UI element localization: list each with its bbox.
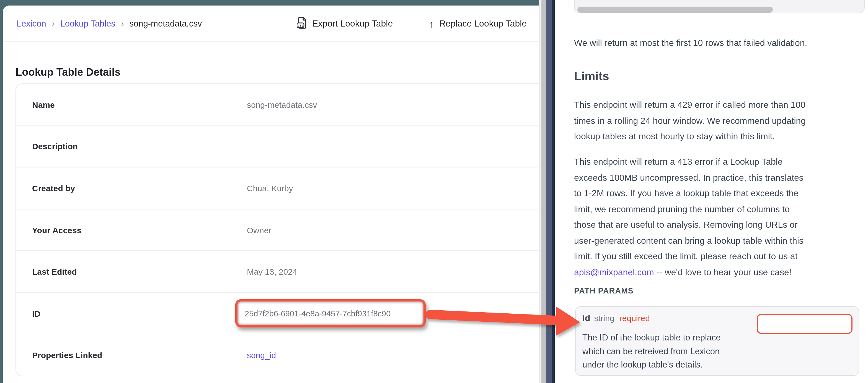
param-description: The ID of the lookup table to replace wh… (582, 331, 748, 372)
row-label: Description (32, 142, 247, 151)
window-gap-background (547, 0, 552, 383)
docs-429-paragraph: This endpoint will return a 429 error if… (574, 97, 866, 144)
breadcrumb-current-file: song-metadata.csv (129, 19, 202, 29)
csv-file-icon: csv (297, 16, 307, 31)
page-title: Lookup Table Details (16, 66, 120, 78)
vertical-scrollbar-thumb[interactable] (541, 0, 546, 383)
breadcrumb: Lexicon › Lookup Tables › song-metadata.… (17, 5, 202, 42)
detail-row-properties-linked: Properties Linked song_id (16, 335, 539, 376)
horizontal-scrollbar-thumb[interactable] (577, 7, 773, 13)
path-param-card: id string required The ID of the lookup … (575, 306, 859, 376)
window-gap-shadow (552, 0, 555, 383)
row-label: Your Access (32, 225, 247, 235)
breadcrumb-lexicon[interactable]: Lexicon (17, 19, 46, 29)
param-name: id (582, 313, 590, 323)
upload-arrow-icon: ↑ (429, 19, 434, 29)
row-label: Last Edited (32, 267, 247, 276)
param-type: string (594, 313, 614, 323)
lexicon-header: Lexicon › Lookup Tables › song-metadata.… (3, 5, 539, 42)
code-block-bottom (574, 0, 864, 13)
docs-413-text: This endpoint will return a 413 error if… (574, 157, 804, 261)
row-label: Created by (32, 183, 247, 193)
replace-button-label: Replace Lookup Table (439, 19, 527, 29)
row-value: Owner (247, 225, 271, 235)
detail-row-last-edited: Last Edited May 13, 2024 (16, 251, 539, 293)
row-label: Name (32, 100, 247, 109)
detail-row-description: Description (16, 126, 539, 168)
mixpanel-window: Lexicon › Lookup Tables › song-metadata.… (3, 5, 539, 383)
id-highlight-annotation-box: 25d7f2b6-6901-4e8a-9457-7cbf931f8c90 (235, 299, 426, 327)
detail-row-your-access: Your Access Owner (16, 209, 539, 251)
lookup-table-details-card: Name song-metadata.csv Description Creat… (16, 83, 539, 376)
docs-window: We will return at most the first 10 rows… (555, 0, 868, 383)
docs-413-paragraph: This endpoint will return a 413 error if… (574, 154, 866, 280)
limits-heading: Limits (574, 70, 609, 83)
detail-row-id: ID 25d7f2b6-6901-4e8a-9457-7cbf931f8c90 (16, 293, 539, 335)
support-email-link[interactable]: apis@mixpanel.com (574, 267, 654, 277)
svg-text:csv: csv (298, 23, 304, 27)
left-window-vertical-scrollbar[interactable] (539, 0, 547, 383)
row-value: Chua, Kurby (247, 183, 293, 193)
lookup-table-id-value: 25d7f2b6-6901-4e8a-9457-7cbf931f8c90 (238, 309, 391, 318)
replace-lookup-table-button[interactable]: ↑ Replace Lookup Table (429, 5, 527, 42)
row-value: song-metadata.csv (247, 100, 317, 109)
screenshot-stage: Lexicon › Lookup Tables › song-metadata.… (0, 0, 868, 383)
breadcrumb-lookup-tables[interactable]: Lookup Tables (60, 19, 116, 29)
param-header: id string required (582, 313, 650, 323)
detail-row-created-by: Created by Chua, Kurby (16, 168, 539, 209)
breadcrumb-separator-icon: › (52, 19, 55, 29)
song-id-property-link[interactable]: song_id (247, 351, 276, 360)
row-label: ID (32, 309, 247, 318)
breadcrumb-separator-icon: › (121, 19, 124, 29)
param-id-input[interactable] (756, 314, 852, 334)
path-params-section-label: PATH PARAMS (574, 286, 633, 295)
row-value: May 13, 2024 (247, 267, 297, 276)
docs-intro-paragraph: We will return at most the first 10 rows… (574, 35, 866, 51)
export-button-label: Export Lookup Table (312, 19, 393, 29)
row-label: Properties Linked (32, 351, 247, 360)
docs-413-text-after-link: -- we'd love to hear your use case! (654, 267, 792, 277)
param-required-badge: required (619, 313, 650, 323)
detail-row-name: Name song-metadata.csv (16, 84, 539, 126)
export-lookup-table-button[interactable]: csv Export Lookup Table (297, 5, 393, 42)
